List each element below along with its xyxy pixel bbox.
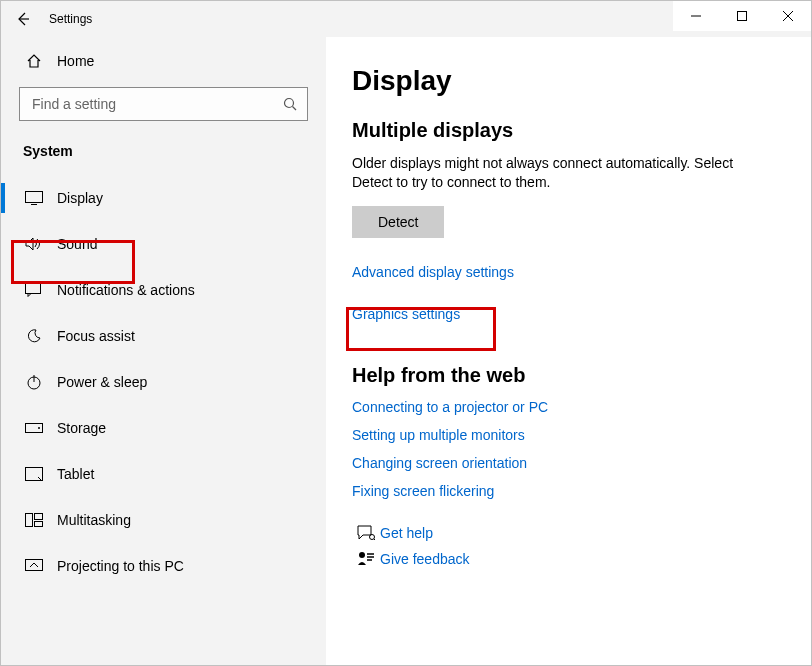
sidebar-item-sound[interactable]: Sound — [1, 221, 326, 267]
maximize-icon — [737, 11, 747, 21]
close-icon — [783, 11, 793, 21]
get-help-row[interactable]: Get help — [352, 525, 781, 541]
advanced-display-settings-link[interactable]: Advanced display settings — [352, 264, 781, 280]
search-icon — [283, 97, 297, 111]
moon-icon — [23, 328, 45, 344]
give-feedback-row[interactable]: Give feedback — [352, 551, 781, 567]
power-icon — [23, 374, 45, 390]
content-pane: Display Multiple displays Older displays… — [326, 37, 811, 665]
help-link-projector[interactable]: Connecting to a projector or PC — [352, 399, 781, 415]
help-link-monitors[interactable]: Setting up multiple monitors — [352, 427, 781, 443]
settings-window: Settings Home — [0, 0, 812, 666]
maximize-button[interactable] — [719, 1, 765, 31]
multiple-displays-heading: Multiple displays — [352, 119, 781, 142]
close-button[interactable] — [765, 1, 811, 31]
sidebar-item-label: Sound — [57, 236, 97, 252]
svg-point-1 — [285, 99, 294, 108]
sidebar-item-label: Display — [57, 190, 103, 206]
sidebar-item-projecting[interactable]: Projecting to this PC — [1, 543, 326, 589]
monitor-icon — [23, 191, 45, 205]
svg-rect-0 — [738, 12, 747, 21]
svg-rect-10 — [35, 522, 43, 527]
svg-point-12 — [370, 534, 375, 539]
window-controls — [673, 1, 811, 31]
sidebar-item-label: Power & sleep — [57, 374, 147, 390]
svg-point-6 — [38, 427, 40, 429]
help-link-orientation[interactable]: Changing screen orientation — [352, 455, 781, 471]
give-feedback-link[interactable]: Give feedback — [380, 551, 470, 567]
help-heading: Help from the web — [352, 364, 781, 387]
minimize-button[interactable] — [673, 1, 719, 31]
svg-rect-9 — [35, 514, 43, 520]
sidebar-item-tablet[interactable]: Tablet — [1, 451, 326, 497]
sidebar-item-label: Focus assist — [57, 328, 135, 344]
message-icon — [23, 283, 45, 297]
give-feedback-icon — [352, 551, 380, 567]
sidebar-item-power-sleep[interactable]: Power & sleep — [1, 359, 326, 405]
sidebar-item-label: Multitasking — [57, 512, 131, 528]
svg-rect-2 — [26, 192, 43, 203]
get-help-link[interactable]: Get help — [380, 525, 433, 541]
search-input[interactable] — [30, 95, 283, 113]
drive-icon — [23, 423, 45, 433]
svg-point-13 — [359, 552, 365, 558]
sidebar-item-notifications[interactable]: Notifications & actions — [1, 267, 326, 313]
home-label: Home — [57, 53, 94, 69]
sidebar-item-label: Storage — [57, 420, 106, 436]
detect-button[interactable]: Detect — [352, 206, 444, 238]
help-link-flickering[interactable]: Fixing screen flickering — [352, 483, 781, 499]
sidebar-item-multitasking[interactable]: Multitasking — [1, 497, 326, 543]
back-arrow-icon — [15, 11, 31, 27]
multiple-displays-description: Older displays might not always connect … — [352, 154, 772, 192]
titlebar: Settings — [1, 1, 811, 37]
home-icon — [23, 53, 45, 69]
sidebar-item-label: Tablet — [57, 466, 94, 482]
sidebar-item-focus-assist[interactable]: Focus assist — [1, 313, 326, 359]
back-button[interactable] — [1, 1, 45, 37]
projecting-icon — [23, 559, 45, 573]
svg-rect-3 — [26, 284, 41, 294]
window-title: Settings — [45, 12, 92, 26]
svg-rect-11 — [26, 560, 43, 571]
speaker-icon — [23, 237, 45, 251]
svg-rect-8 — [26, 514, 33, 527]
sidebar-item-label: Projecting to this PC — [57, 558, 184, 574]
get-help-icon — [352, 525, 380, 541]
minimize-icon — [691, 11, 701, 21]
sidebar: Home System — [1, 37, 326, 665]
home-nav[interactable]: Home — [1, 47, 326, 75]
sidebar-item-label: Notifications & actions — [57, 282, 195, 298]
search-box[interactable] — [19, 87, 308, 121]
tablet-icon — [23, 467, 45, 481]
graphics-settings-link[interactable]: Graphics settings — [352, 306, 781, 322]
multitask-icon — [23, 513, 45, 527]
section-label-system: System — [1, 125, 326, 165]
nav-list: Display Sound Notifications & actions — [1, 175, 326, 589]
sidebar-item-display[interactable]: Display — [1, 175, 326, 221]
page-title: Display — [352, 65, 781, 97]
sidebar-item-storage[interactable]: Storage — [1, 405, 326, 451]
